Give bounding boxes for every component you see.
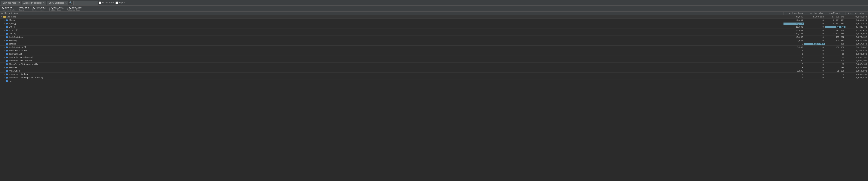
- row-allocations: 100,101: [783, 33, 804, 35]
- table-row[interactable]: ▶Bitmap82,617,4803682,617,848: [0, 42, 868, 46]
- row-retained-size: 1,833,428: [845, 77, 868, 79]
- expand-icon[interactable]: ▶: [4, 26, 5, 28]
- col-header-retained-size[interactable]: Retained Size ↓: [845, 12, 868, 15]
- expand-icon[interactable]: ▶: [4, 57, 5, 58]
- table-row[interactable]: ▶ArrayList3,105062,1002,059,802: [0, 69, 868, 73]
- expand-icon[interactable]: ▶: [4, 53, 5, 55]
- table-row[interactable]: ▶JarFile301862,086,809: [0, 66, 868, 69]
- row-retained-size: 2,092,596: [845, 53, 868, 55]
- expand-icon[interactable]: ▶: [4, 67, 5, 68]
- row-native-size: 0: [804, 23, 825, 25]
- expand-icon[interactable]: ▶: [4, 29, 5, 31]
- col-header-native-size[interactable]: Native Size: [804, 12, 825, 15]
- table-row[interactable]: ▶HashMap$Node[]6,5320182,3522,426,802: [0, 46, 868, 49]
- row-retained-size: 2,059,802: [845, 70, 868, 72]
- row-native-size: 0: [804, 70, 825, 72]
- row-allocations: 18,869: [783, 29, 804, 32]
- table-row[interactable]: ▶Object[]18,8690645,0083,596,411: [0, 29, 868, 32]
- regex-checkbox[interactable]: [116, 1, 118, 4]
- table-row[interactable]: ▶int[]26,99804,482,4084,482,408: [0, 25, 868, 29]
- expand-icon[interactable]: ▶: [4, 73, 5, 75]
- expand-icon[interactable]: ▶: [4, 77, 5, 79]
- row-allocations: 6,532: [783, 46, 804, 49]
- class-icon: [6, 67, 8, 68]
- col-header-allocations[interactable]: Allocations: [783, 12, 804, 15]
- row-name: DexPathList: [9, 53, 22, 55]
- class-icon: [6, 63, 8, 65]
- expand-icon[interactable]: ▶: [4, 40, 5, 41]
- row-shallow-size: 265,480: [825, 39, 845, 42]
- row-native-size: 0: [804, 39, 825, 42]
- table-row[interactable]: ▶HashMap$Node19,0530457,2722,876,152: [0, 35, 868, 39]
- row-allocations: 4: [783, 77, 804, 79]
- match-case-checkbox[interactable]: [99, 1, 101, 4]
- expand-icon[interactable]: ▶: [4, 60, 5, 62]
- row-name: DexPathList$Element: [9, 60, 32, 62]
- table-row[interactable]: ▶Class17,60102,311,4715,031,214: [0, 19, 868, 22]
- expand-icon[interactable]: ▶: [4, 50, 5, 52]
- expand-icon[interactable]: ▶: [4, 70, 5, 72]
- row-name: int[]: [9, 26, 15, 28]
- row-retained-size: 5,031,214: [845, 19, 868, 22]
- row-shallow-size: 144: [825, 50, 845, 52]
- row-native-size: 0: [804, 77, 825, 79]
- expand-icon[interactable]: ▶: [4, 36, 5, 38]
- row-retained-size: 2,630,596: [845, 39, 868, 42]
- col-header-shallow-size[interactable]: Shallow Size: [825, 12, 845, 15]
- table-row[interactable]: ▶DexPathList$Element2005002,090,101: [0, 59, 868, 62]
- row-retained-size: 2,086,809: [845, 66, 868, 69]
- row-name-cell: ▶Object[]: [0, 29, 783, 32]
- expand-icon[interactable]: ▶: [4, 47, 5, 48]
- row-name-cell: ▶HashMap$Node: [0, 36, 783, 38]
- row-allocations: 114,310: [783, 23, 804, 25]
- table-row[interactable]: ▶GroupedLinkedMap20321,833,756: [0, 73, 868, 76]
- expand-icon[interactable]: ▶: [4, 43, 5, 45]
- view-app-heap-select[interactable]: View app heap: [1, 1, 21, 5]
- regex-label[interactable]: Regex: [116, 1, 125, 4]
- row-native-size: 0: [804, 33, 825, 35]
- row-name-cell: ▼app heap: [0, 16, 783, 18]
- row-retained-size: 2,617,848: [845, 43, 868, 45]
- table-row[interactable]: ▶byte[]114,31004,911,4104,911,410: [0, 22, 868, 25]
- row-native-size: 0: [804, 36, 825, 38]
- row-name: HashMap$Node[]: [9, 46, 26, 49]
- match-case-label[interactable]: Match Case: [99, 1, 114, 4]
- table-row[interactable]: ▶...: [0, 80, 868, 83]
- class-icon: [6, 19, 8, 21]
- table-row[interactable]: ▶ClassPathURLStreamHandler30482,087,156: [0, 62, 868, 66]
- table-row[interactable]: ▼app heap407,5682,708,51217,501,64174,26…: [0, 15, 868, 19]
- table-rows: ▼app heap407,5682,708,51217,501,64174,26…: [0, 15, 868, 83]
- row-retained-size: 2,087,156: [845, 63, 868, 65]
- expand-icon[interactable]: ▶: [4, 80, 5, 82]
- row-shallow-size: 32: [825, 73, 845, 76]
- row-allocations: 6,637: [783, 39, 804, 42]
- show-all-classes-select[interactable]: Show all classes: [47, 1, 68, 5]
- row-name-cell: ▶PathClassLoader: [0, 50, 783, 52]
- row-name: DexPathList$Element[]: [9, 56, 35, 59]
- row-shallow-size: 182,352: [825, 46, 845, 49]
- table-row[interactable]: ▶DexPathList30962,092,596: [0, 52, 868, 56]
- expand-icon[interactable]: ▶: [4, 33, 5, 34]
- class-icon: [6, 26, 8, 28]
- arrange-by-callstack-select[interactable]: Arrange by callstack: [22, 1, 46, 5]
- row-name: ArrayList: [9, 70, 20, 72]
- row-native-size: 2,617,480: [804, 43, 825, 45]
- row-native-size: 0: [804, 53, 825, 55]
- expand-icon[interactable]: ▶: [4, 23, 5, 24]
- table-row[interactable]: ▶String100,10101,601,6163,076,653: [0, 32, 868, 35]
- table-row[interactable]: ▶PathClassLoader301442,167,429: [0, 49, 868, 52]
- row-name-cell: ▶...: [0, 80, 783, 82]
- table-row[interactable]: ▶GroupedLinkedMap$LinkedEntry40961,833,4…: [0, 76, 868, 80]
- expand-icon[interactable]: ▶: [4, 19, 5, 21]
- class-icon: [6, 77, 8, 79]
- expand-icon[interactable]: ▶: [4, 63, 5, 65]
- row-name-cell: ▶Class: [0, 19, 783, 22]
- table-row[interactable]: ▶HashMap6,6370265,4802,630,596: [0, 39, 868, 42]
- search-icon: 🔍: [69, 1, 72, 4]
- table-row[interactable]: ▶DexPathList$Element[]30802,090,187: [0, 56, 868, 59]
- class-icon: [6, 70, 8, 72]
- search-input[interactable]: [73, 1, 98, 5]
- col-header-name[interactable]: Callstack Name: [0, 12, 783, 15]
- class-icon: [6, 29, 8, 31]
- expand-icon[interactable]: ▼: [1, 16, 3, 18]
